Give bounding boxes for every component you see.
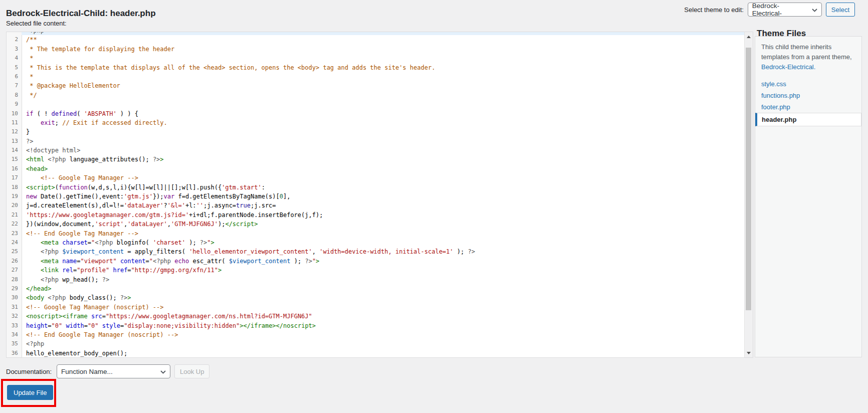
code-line[interactable]: 9 bbox=[7, 100, 745, 109]
update-file-button[interactable]: Update File bbox=[7, 385, 53, 400]
code-line[interactable]: 6 * bbox=[7, 72, 745, 81]
line-number: 28 bbox=[7, 275, 22, 284]
code-line-text: * bbox=[22, 54, 745, 63]
theme-select-row: Select theme to edit: Bedrock-Electrical… bbox=[684, 3, 855, 17]
documentation-dropdown[interactable]: Function Name... bbox=[57, 364, 170, 378]
code-line[interactable]: 21'https://www.googletagmanager.com/gtm.… bbox=[7, 211, 745, 220]
code-line-text: height="0" width="0" style="display:none… bbox=[22, 321, 745, 330]
theme-file-item: header.php bbox=[755, 113, 861, 126]
code-line-text: * The template for displaying the header bbox=[22, 45, 745, 54]
code-line[interactable]: 16<head> bbox=[7, 164, 745, 173]
code-line-text: new Date().getTime(),event:'gtm.js'});va… bbox=[22, 192, 745, 201]
line-number: 32 bbox=[7, 312, 22, 321]
code-line[interactable]: 10if ( ! defined( 'ABSPATH' ) ) { bbox=[7, 109, 745, 118]
code-line[interactable]: 26 <meta name="viewport" content="<?php … bbox=[7, 257, 745, 266]
code-line[interactable]: 7 * @package HelloElementor bbox=[7, 81, 745, 90]
chevron-down-icon bbox=[160, 368, 166, 375]
chevron-down-icon bbox=[812, 6, 817, 14]
code-line[interactable]: 30<body <?php body_class(); ?>> bbox=[7, 293, 745, 302]
documentation-dropdown-value: Function Name... bbox=[61, 368, 113, 375]
code-line[interactable]: 24 <meta charset="<?php bloginfo( 'chars… bbox=[7, 238, 745, 247]
theme-file-item: functions.php bbox=[755, 90, 861, 101]
code-line[interactable]: 36hello_elementor_body_open(); bbox=[7, 349, 745, 357]
theme-file-link[interactable]: footer.php bbox=[761, 103, 790, 111]
line-number: 9 bbox=[7, 100, 22, 109]
code-line[interactable]: 22})(window,document,'script','dataLayer… bbox=[7, 220, 745, 229]
line-number: 29 bbox=[7, 284, 22, 293]
line-number: 34 bbox=[7, 330, 22, 339]
scrollbar-up-arrow-icon[interactable] bbox=[745, 33, 753, 41]
look-up-button: Look Up bbox=[174, 364, 209, 378]
child-theme-notice-text: This child theme inherits templates from… bbox=[761, 43, 852, 61]
code-line-text: 'https://www.googletagmanager.com/gtm.js… bbox=[22, 211, 745, 220]
code-line[interactable]: 23<!-- End Google Tag Manager --> bbox=[7, 229, 745, 238]
code-line-text: <html <?php language_attributes(); ?>> bbox=[22, 155, 745, 164]
code-editor-area[interactable]: 1<?php2/**3 * The template for displayin… bbox=[7, 32, 745, 357]
code-line-text: * bbox=[22, 72, 745, 81]
line-number: 4 bbox=[7, 54, 22, 63]
code-line[interactable]: 25 <?php $viewport_content = apply_filte… bbox=[7, 247, 745, 256]
code-line[interactable]: 12} bbox=[7, 127, 745, 136]
line-number: 15 bbox=[7, 155, 22, 164]
theme-file-link[interactable]: style.css bbox=[761, 80, 786, 88]
code-line[interactable]: 13?> bbox=[7, 137, 745, 146]
code-line-text: */ bbox=[22, 91, 745, 100]
theme-editor-page: Bedrock-Electrical-Child: header.php Sel… bbox=[0, 0, 868, 413]
line-number: 24 bbox=[7, 238, 22, 247]
theme-file-link[interactable]: functions.php bbox=[761, 92, 800, 99]
line-number: 16 bbox=[7, 164, 22, 173]
code-line[interactable]: 33height="0" width="0" style="display:no… bbox=[7, 321, 745, 330]
page-title: Bedrock-Electrical-Child: header.php bbox=[6, 9, 156, 19]
select-theme-button[interactable]: Select bbox=[826, 3, 855, 17]
code-line[interactable]: 35<?php bbox=[7, 339, 745, 348]
code-line-text: <!-- End Google Tag Manager --> bbox=[22, 229, 745, 238]
theme-select-dropdown[interactable]: Bedrock-Electrical- bbox=[748, 3, 822, 17]
line-number: 31 bbox=[7, 303, 22, 312]
code-line-text: if ( ! defined( 'ABSPATH' ) ) { bbox=[22, 109, 745, 118]
editor-scrollbar[interactable] bbox=[744, 32, 753, 357]
code-line[interactable]: 14<!doctype html> bbox=[7, 146, 745, 155]
code-line[interactable]: 4 * bbox=[7, 54, 745, 63]
code-line-text: /** bbox=[22, 35, 745, 44]
code-line[interactable]: 18<script>(function(w,d,s,l,i){w[l]=w[l]… bbox=[7, 183, 745, 192]
code-line[interactable]: 11 exit; // Exit if accessed directly. bbox=[7, 118, 745, 127]
theme-files-panel: This child theme inherits templates from… bbox=[755, 36, 862, 357]
code-line[interactable]: 20j=d.createElement(s),dl=l!='dataLayer'… bbox=[7, 201, 745, 210]
code-line-text: <body <?php body_class(); ?>> bbox=[22, 293, 745, 302]
code-line[interactable]: 29</head> bbox=[7, 284, 745, 293]
code-line-text: ?> bbox=[22, 137, 745, 146]
code-line[interactable]: 5 * This is the template that displays a… bbox=[7, 63, 745, 72]
theme-file-item: footer.php bbox=[755, 101, 861, 113]
code-line[interactable]: 28 <?php wp_head(); ?> bbox=[7, 275, 745, 284]
parent-theme-link[interactable]: Bedrock-Electrical. bbox=[761, 63, 815, 71]
theme-select-label: Select theme to edit: bbox=[684, 6, 744, 14]
code-line[interactable]: 32<noscript><iframe src="https://www.goo… bbox=[7, 312, 745, 321]
child-theme-notice: This child theme inherits templates from… bbox=[755, 37, 861, 76]
scrollbar-down-arrow-icon[interactable] bbox=[745, 349, 753, 357]
code-line[interactable]: 34<!-- End Google Tag Manager (noscript)… bbox=[7, 330, 745, 339]
scrollbar-thumb[interactable] bbox=[746, 48, 751, 310]
code-line-text: <!-- End Google Tag Manager (noscript) -… bbox=[22, 330, 745, 339]
code-line-text: hello_elementor_body_open(); bbox=[22, 349, 745, 357]
code-line[interactable]: 8 */ bbox=[7, 91, 745, 100]
theme-file-item: style.css bbox=[755, 78, 861, 90]
theme-file-link[interactable]: header.php bbox=[762, 116, 796, 123]
code-line-text: </head> bbox=[22, 284, 745, 293]
code-line-text: <?php wp_head(); ?> bbox=[22, 275, 745, 284]
line-number: 19 bbox=[7, 192, 22, 201]
code-editor: 1<?php2/**3 * The template for displayin… bbox=[6, 32, 753, 358]
code-line[interactable]: 17 <!-- Google Tag Manager --> bbox=[7, 173, 745, 182]
code-line-text: <!-- Google Tag Manager --> bbox=[22, 173, 745, 182]
code-line[interactable]: 15<html <?php language_attributes(); ?>> bbox=[7, 155, 745, 164]
code-line[interactable]: 31<!-- Google Tag Manager (noscript) --> bbox=[7, 303, 745, 312]
code-line[interactable]: 2/** bbox=[7, 35, 745, 44]
line-number: 17 bbox=[7, 173, 22, 182]
code-line-text: } bbox=[22, 127, 745, 136]
code-line[interactable]: 19new Date().getTime(),event:'gtm.js'});… bbox=[7, 192, 745, 201]
line-number: 23 bbox=[7, 229, 22, 238]
line-number: 11 bbox=[7, 118, 22, 127]
line-number: 12 bbox=[7, 127, 22, 136]
code-line[interactable]: 27 <link rel="profile" href="http://gmpg… bbox=[7, 266, 745, 275]
theme-select-value: Bedrock-Electrical- bbox=[752, 2, 809, 17]
code-line[interactable]: 3 * The template for displaying the head… bbox=[7, 45, 745, 54]
